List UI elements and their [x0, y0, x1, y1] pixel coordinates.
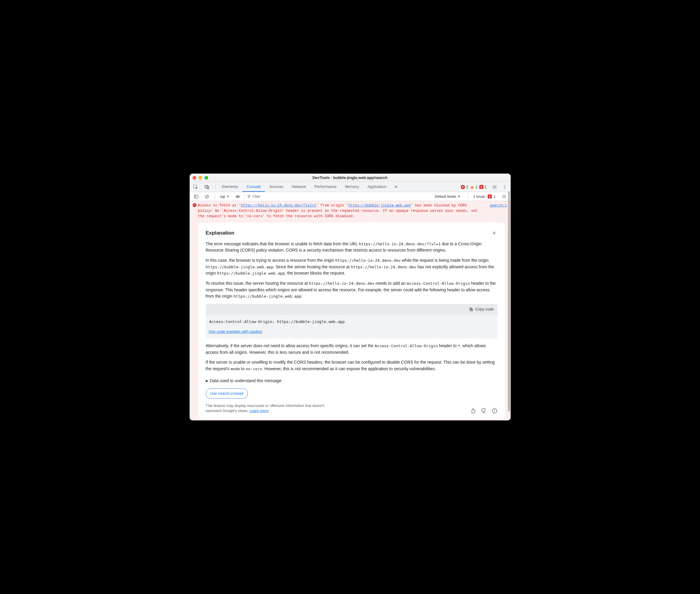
tab-elements[interactable]: Elements	[218, 182, 243, 192]
error-count[interactable]: ✕ 2	[461, 185, 468, 189]
panel-tabs: Elements Console Sources Network Perform…	[218, 182, 401, 192]
issues-label: 1 Issue:	[473, 195, 486, 199]
kebab-menu-icon[interactable]	[500, 183, 509, 191]
warning-count[interactable]: 1	[470, 185, 478, 189]
divider	[468, 194, 468, 200]
svg-line-12	[206, 195, 208, 198]
issues-icon: ✕	[488, 195, 492, 198]
more-tabs-icon[interactable]	[391, 182, 401, 192]
minimize-window-icon[interactable]	[199, 176, 202, 179]
tab-memory[interactable]: Memory	[341, 182, 363, 192]
error-icon: ✕	[461, 185, 465, 189]
window-title: DevTools - bubble-jingle.web.app/search	[189, 175, 511, 180]
tab-network[interactable]: Network	[288, 182, 310, 192]
levels-label: Default levels	[435, 195, 456, 199]
context-label: top	[220, 195, 225, 199]
divider	[215, 194, 215, 200]
close-window-icon[interactable]	[193, 176, 196, 179]
close-icon[interactable]	[491, 230, 497, 236]
svg-rect-4	[472, 188, 473, 188]
copy-code-button[interactable]: Copy code	[206, 304, 497, 315]
context-selector[interactable]: top ▼	[219, 195, 232, 199]
tab-performance[interactable]: Performance	[310, 182, 341, 192]
chevron-down-icon: ▼	[457, 195, 460, 198]
svg-point-8	[504, 188, 505, 189]
thumbs-down-icon[interactable]	[481, 408, 487, 414]
explanation-card: Explanation The error message indicates …	[198, 223, 505, 418]
blocked-count[interactable]: ✕ 1	[479, 185, 487, 189]
use-search-instead-button[interactable]: Use search instead	[206, 389, 248, 399]
svg-point-13	[237, 196, 239, 198]
svg-rect-3	[472, 187, 473, 187]
explanation-paragraph: Alternatively, if the server does not ne…	[206, 343, 497, 356]
devtools-window: DevTools - bubble-jingle.web.app/search …	[189, 174, 511, 420]
zoom-window-icon[interactable]	[205, 176, 208, 179]
copy-code-label: Copy code	[475, 306, 494, 312]
copy-icon	[469, 307, 473, 311]
main-tabs-row: Elements Console Sources Network Perform…	[189, 182, 511, 192]
inspect-element-icon[interactable]	[191, 183, 200, 191]
filter-input[interactable]	[253, 195, 294, 199]
caution-link[interactable]: Use code snippets with caution	[209, 329, 262, 334]
learn-more-link[interactable]: Learn more	[249, 409, 269, 413]
scrollbar[interactable]	[508, 192, 510, 411]
error-url-link[interactable]: https://hello-io-24.deno.dev/?lvl=1	[241, 203, 316, 208]
blocked-icon: ✕	[479, 185, 484, 189]
live-expression-icon[interactable]	[234, 192, 242, 201]
titlebar: DevTools - bubble-jingle.web.app/search	[189, 174, 511, 182]
svg-rect-2	[207, 187, 208, 189]
svg-point-5	[494, 187, 495, 188]
console-body: ✕ Access to fetch at 'https://hello-io-2…	[189, 201, 511, 420]
data-used-summary[interactable]: Data used to understand this message	[206, 378, 497, 384]
card-title: Explanation	[206, 229, 235, 237]
source-link[interactable]: search:1	[490, 203, 507, 208]
code-content: Access-Control-Allow-Origin: https://bub…	[206, 315, 497, 326]
clear-console-icon[interactable]	[203, 192, 211, 201]
log-levels-selector[interactable]: Default levels ▼	[433, 195, 462, 199]
filter-box[interactable]	[244, 192, 297, 201]
explanation-paragraph: To resolve this issue, the server hostin…	[206, 280, 497, 300]
warning-icon	[470, 185, 474, 189]
console-error-row[interactable]: ✕ Access to fetch at 'https://hello-io-2…	[189, 201, 511, 220]
code-block: Copy code Access-Control-Allow-Origin: h…	[206, 304, 497, 338]
thumbs-up-icon[interactable]	[470, 408, 476, 414]
tab-console[interactable]: Console	[243, 182, 265, 192]
error-message: Access to fetch at 'https://hello-io-24.…	[198, 203, 484, 219]
settings-icon[interactable]	[490, 183, 499, 191]
data-used-disclosure[interactable]: Data used to understand this message	[206, 378, 497, 384]
svg-point-7	[504, 187, 505, 187]
error-source: search:1	[490, 203, 507, 219]
window-controls	[193, 176, 208, 179]
tab-application[interactable]: Application	[363, 182, 391, 192]
device-toolbar-icon[interactable]	[203, 183, 211, 191]
svg-point-14	[503, 196, 505, 197]
report-icon[interactable]	[492, 408, 497, 414]
error-icon: ✕	[193, 203, 197, 207]
console-settings-icon[interactable]	[500, 192, 508, 201]
warning-count-value: 1	[476, 185, 478, 189]
issues-indicator[interactable]: 1 Issue: ✕ 1	[473, 195, 496, 199]
tab-sources[interactable]: Sources	[265, 182, 288, 192]
console-toolbar: top ▼ Default levels ▼ 1 Issue: ✕ 1	[189, 192, 511, 201]
filter-icon	[247, 195, 251, 198]
svg-point-6	[504, 185, 505, 186]
error-origin-link[interactable]: https://bubble-jingle.web.app	[349, 203, 411, 208]
explanation-paragraph: If the server is unable or unwilling to …	[206, 359, 497, 372]
chevron-down-icon: ▼	[226, 195, 230, 198]
error-count-value: 2	[466, 185, 468, 189]
toggle-sidebar-icon[interactable]	[192, 192, 200, 201]
issues-count: 1	[494, 195, 496, 199]
divider	[215, 184, 216, 190]
blocked-count-value: 1	[485, 185, 487, 189]
explanation-paragraph: In this case, the browser is trying to a…	[206, 257, 497, 277]
explanation-paragraph: The error message indicates that the bro…	[206, 241, 497, 254]
disclaimer-text: This feature may display inaccurate or o…	[206, 403, 334, 414]
svg-rect-9	[195, 195, 198, 198]
